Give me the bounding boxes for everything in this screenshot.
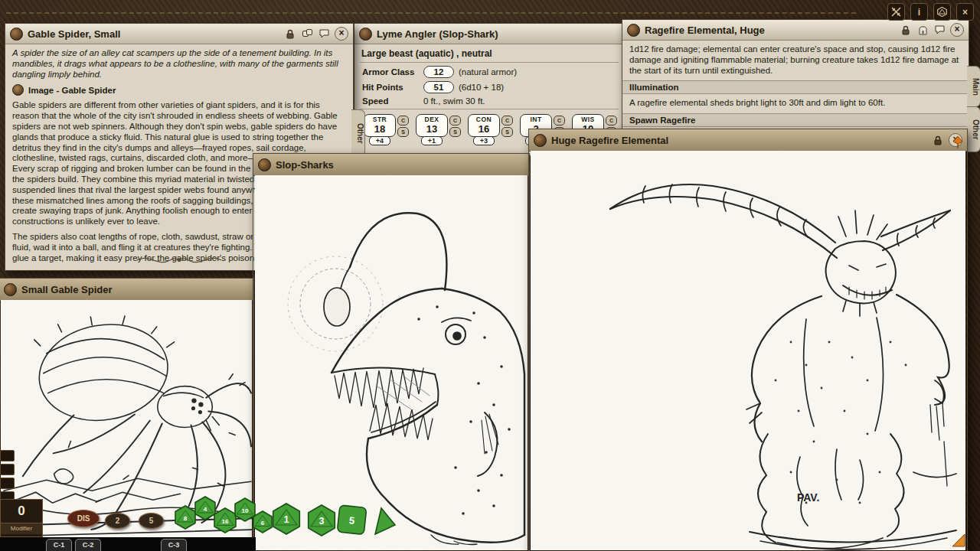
d20-die[interactable]: 10 [235, 498, 255, 521]
gable-window-titlebar[interactable]: Gable Spider, Small × [5, 24, 353, 44]
tab-c2[interactable]: C-2 [75, 539, 101, 551]
window-elemental-image: Huge Ragefire Elemental × [528, 129, 968, 551]
flavor-text: A spider the size of an alley cat scampe… [12, 48, 346, 80]
ability-name: INT [521, 116, 551, 123]
trait-text: 1d12 fire damage; elemental can enter cr… [629, 44, 962, 76]
svg-text:1: 1 [284, 514, 289, 525]
svg-text:6: 6 [261, 520, 265, 527]
ability-name: DEX [416, 116, 447, 123]
tab-other[interactable]: Other [351, 109, 365, 157]
info-icon[interactable]: i [910, 3, 928, 21]
slop-image-titlebar[interactable]: Slop-Sharks [253, 154, 529, 176]
ability-str[interactable]: STR18+4 CS [364, 114, 409, 145]
dice-icon[interactable] [301, 28, 313, 40]
fantasy-grounds-desktop: i × Gable Spider, Small × A spider the s… [0, 0, 980, 551]
spider-image-titlebar[interactable]: Small Gable Spider [0, 279, 253, 301]
elemental-sketch-canvas[interactable]: PAV. [531, 151, 965, 550]
elemental-sketch: PAV. [531, 151, 965, 550]
image-icon [534, 134, 547, 147]
modifier-2-button[interactable]: 2 [105, 513, 130, 529]
save-button[interactable]: S [449, 127, 461, 137]
image-link[interactable]: Image - Gable Spider [12, 84, 346, 96]
hit-points-field[interactable]: 51 [423, 81, 454, 93]
stat-label: Hit Points [362, 83, 419, 92]
disadvantage-button[interactable]: DIS [67, 510, 100, 527]
creature-icon [627, 24, 640, 37]
dice-tray: 8 4 16 10 6 [170, 485, 400, 548]
window-ragefire-stat: Ragefire Elemental, Huge × 1d12 fire dam… [622, 19, 969, 134]
stat-row-armor-class: Armor Class 12 (natural armor) [362, 66, 616, 78]
window-title: Small Gable Spider [21, 284, 249, 295]
creature-icon [359, 28, 372, 41]
check-button[interactable]: C [449, 116, 461, 126]
resize-handle[interactable] [952, 533, 965, 550]
d20-die[interactable]: 16 [214, 508, 236, 533]
ability-score[interactable]: 16 [469, 123, 499, 135]
ability-name: WIS [573, 116, 603, 123]
d20-die[interactable]: 6 [253, 511, 272, 533]
window-title: Huge Ragefire Elemental [551, 135, 927, 146]
ragefire-window-titlebar[interactable]: Ragefire Elemental, Huge × [622, 20, 969, 41]
image-icon [4, 283, 17, 296]
ability-mod: +4 [369, 136, 390, 145]
check-button[interactable]: C [606, 116, 617, 126]
artist-signature: PAV. [797, 491, 819, 504]
image-link-label: Image - Gable Spider [28, 86, 116, 95]
lock-icon[interactable] [932, 134, 944, 146]
image-link-icon [12, 84, 24, 96]
ability-mod: +3 [473, 136, 495, 145]
armor-class-field[interactable]: 12 [423, 66, 454, 78]
sidebar-mini-button[interactable] [0, 478, 15, 489]
pin-icon[interactable] [952, 135, 963, 152]
divider [360, 109, 619, 109]
sidebar-mini-buttons [0, 450, 15, 503]
ability-name: STR [364, 116, 395, 123]
close-icon[interactable]: × [956, 3, 974, 21]
d20-die[interactable]: 4 [195, 497, 215, 520]
tab-c1[interactable]: C-1 [46, 539, 72, 551]
svg-text:4: 4 [204, 506, 207, 513]
close-window-button[interactable]: × [335, 27, 348, 41]
window-title: Lyme Angler (Slop-Shark) [377, 28, 619, 40]
modifier-5-button[interactable]: 5 [139, 513, 164, 529]
lock-icon[interactable] [284, 28, 296, 40]
d20-die-result-1[interactable]: 1 [273, 504, 300, 534]
stat-note: 0 ft., swim 30 ft. [423, 96, 485, 106]
pointer-arrow[interactable] [375, 508, 395, 534]
crossed-swords-icon[interactable] [887, 3, 905, 21]
tab-other[interactable]: Other [967, 106, 980, 152]
d6-die-result-5[interactable]: 5 [337, 505, 366, 534]
save-button[interactable]: S [501, 127, 513, 137]
section-header-illumination: Illumination [622, 80, 969, 94]
save-button[interactable]: S [397, 127, 409, 137]
sidebar-mini-button[interactable] [0, 450, 15, 461]
creature-type-line: Large beast (aquatic) , neutral [361, 48, 617, 59]
lyme-window-titlebar[interactable]: Lyme Angler (Slop-Shark) [354, 24, 624, 44]
modifier-label: Modifier [1, 523, 42, 534]
check-button[interactable]: C [397, 116, 409, 126]
ability-dex[interactable]: DEX13+1 CS [416, 114, 461, 145]
lock-icon[interactable] [900, 24, 912, 36]
svg-text:8: 8 [184, 515, 188, 522]
sidebar-mini-button[interactable] [0, 464, 15, 475]
chat-bubble-icon[interactable] [933, 24, 946, 36]
d20-die[interactable]: 8 [175, 506, 195, 529]
dice-tower-icon[interactable] [916, 24, 929, 36]
d20-die-result-3[interactable]: 3 [309, 505, 335, 536]
dice-icon[interactable] [933, 3, 951, 21]
chat-bubble-icon[interactable] [318, 28, 330, 40]
tab-main[interactable]: Main [967, 66, 980, 107]
elemental-image-titlebar[interactable]: Huge Ragefire Elemental × [529, 129, 967, 152]
ability-score[interactable]: 13 [416, 123, 447, 135]
ability-mod: +1 [421, 136, 443, 145]
ability-score[interactable]: 18 [364, 123, 395, 135]
window-title: Ragefire Elemental, Huge [645, 24, 895, 36]
check-button[interactable]: C [554, 116, 565, 126]
divider [360, 62, 619, 63]
ability-con[interactable]: CON16+3 CS [468, 114, 513, 145]
modifier-box[interactable]: 0 Modifier [0, 499, 43, 537]
close-window-button[interactable]: × [950, 23, 964, 37]
stat-row-speed: Speed 0 ft., swim 30 ft. [362, 96, 616, 106]
check-button[interactable]: C [501, 116, 513, 126]
window-title: Gable Spider, Small [28, 28, 279, 40]
